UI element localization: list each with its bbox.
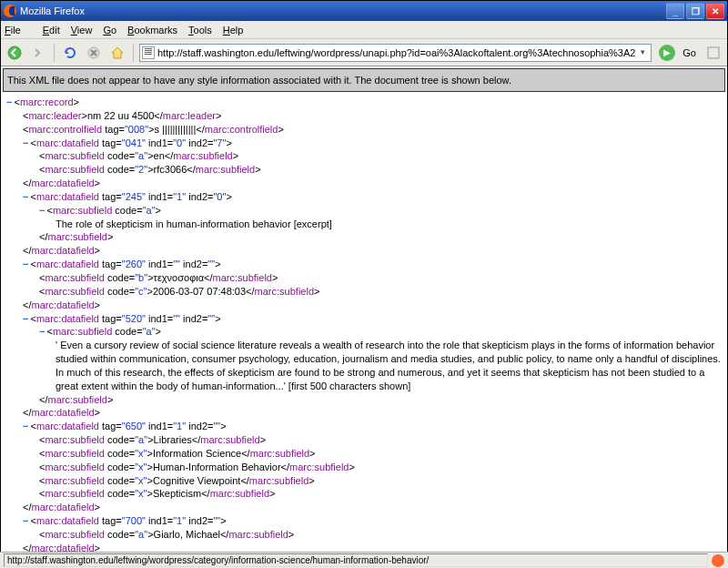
svg-rect-2 — [708, 47, 719, 58]
close-button[interactable]: ✕ — [706, 3, 724, 19]
menu-go[interactable]: Go — [103, 25, 116, 36]
menu-edit[interactable]: Edit — [43, 25, 60, 36]
tree-toggle[interactable]: − — [23, 191, 28, 202]
xml-info-bar: This XML file does not appear to have an… — [3, 68, 725, 92]
tree-toggle[interactable]: − — [23, 259, 28, 269]
tree-toggle[interactable]: − — [23, 515, 28, 526]
window-titlebar: Mozilla Firefox _ ❐ ✕ — [1, 1, 727, 21]
stop-button[interactable] — [84, 43, 104, 63]
window-title: Mozilla Firefox — [20, 5, 85, 16]
tree-toggle[interactable]: − — [6, 96, 12, 107]
firefox-icon — [4, 5, 16, 17]
menu-tools[interactable]: Tools — [188, 25, 212, 36]
menu-file[interactable]: File — [5, 25, 32, 36]
tree-toggle[interactable]: − — [39, 326, 45, 337]
maximize-button[interactable]: ❐ — [686, 3, 704, 19]
menu-bar: File Edit View Go Bookmarks Tools Help — [1, 21, 727, 39]
menu-bookmarks[interactable]: Bookmarks — [127, 25, 177, 36]
xml-tree: −<marc:record><marc:leader>nm 22 uu 4500… — [1, 92, 727, 560]
menu-help[interactable]: Help — [223, 25, 244, 36]
url-input[interactable] — [157, 46, 636, 60]
status-icon — [712, 554, 724, 567]
forward-button[interactable] — [28, 43, 48, 63]
tree-toggle[interactable]: − — [23, 421, 28, 431]
minimize-button[interactable]: _ — [666, 3, 684, 19]
status-bar: http://staff.washington.edu/leftwing/wor… — [0, 552, 728, 568]
tree-toggle[interactable]: − — [39, 205, 45, 216]
tree-toggle[interactable]: − — [23, 137, 28, 148]
go-label: Go — [682, 47, 696, 58]
search-icon[interactable] — [703, 43, 723, 63]
reload-button[interactable] — [60, 43, 80, 63]
url-bar[interactable]: ▼ — [139, 44, 652, 62]
navigation-toolbar: ▼ ▶ Go — [1, 39, 727, 66]
menu-view[interactable]: View — [71, 25, 93, 36]
back-button[interactable] — [5, 43, 25, 63]
svg-point-0 — [8, 46, 21, 59]
go-button[interactable]: ▶ — [659, 45, 675, 61]
status-text: http://staff.washington.edu/leftwing/wor… — [4, 553, 708, 567]
page-icon — [142, 46, 155, 59]
tree-toggle[interactable]: − — [23, 313, 28, 324]
home-button[interactable] — [107, 43, 127, 63]
url-dropdown[interactable]: ▼ — [636, 48, 649, 56]
